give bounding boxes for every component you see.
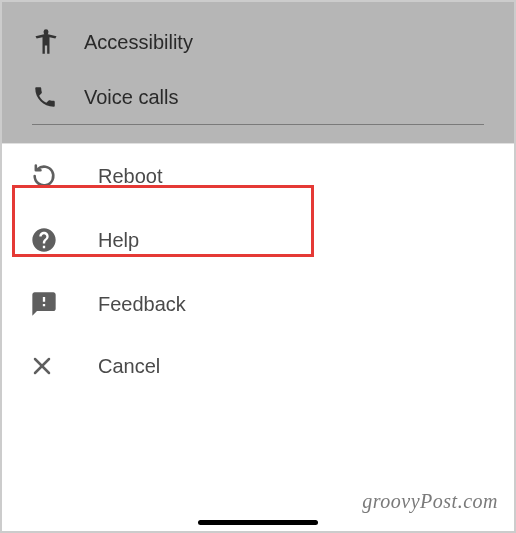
menu-item-cancel[interactable]: Cancel xyxy=(2,336,514,396)
menu-item-label: Feedback xyxy=(98,293,186,316)
feedback-icon xyxy=(30,290,70,318)
settings-item-label: Accessibility xyxy=(84,31,193,54)
help-icon xyxy=(30,226,70,254)
menu-item-label: Cancel xyxy=(98,355,160,378)
close-icon xyxy=(30,354,70,378)
phone-icon xyxy=(32,84,72,110)
menu-item-help[interactable]: Help xyxy=(2,208,514,272)
settings-item-accessibility[interactable]: Accessibility xyxy=(2,14,514,70)
home-indicator xyxy=(198,520,318,525)
menu-item-label: Reboot xyxy=(98,165,163,188)
background-settings-panel: Accessibility Voice calls xyxy=(2,2,514,143)
settings-item-label: Voice calls xyxy=(84,86,179,109)
menu-item-feedback[interactable]: Feedback xyxy=(2,272,514,336)
settings-item-voice-calls[interactable]: Voice calls xyxy=(2,70,514,124)
accessibility-icon xyxy=(32,28,72,56)
menu-item-reboot[interactable]: Reboot xyxy=(2,144,514,208)
svg-point-1 xyxy=(44,29,49,34)
menu-item-label: Help xyxy=(98,229,139,252)
bottom-sheet-menu: Reboot Help Feedback Cancel xyxy=(2,143,514,396)
watermark: groovyPost.com xyxy=(362,490,498,513)
refresh-icon xyxy=(30,162,70,190)
